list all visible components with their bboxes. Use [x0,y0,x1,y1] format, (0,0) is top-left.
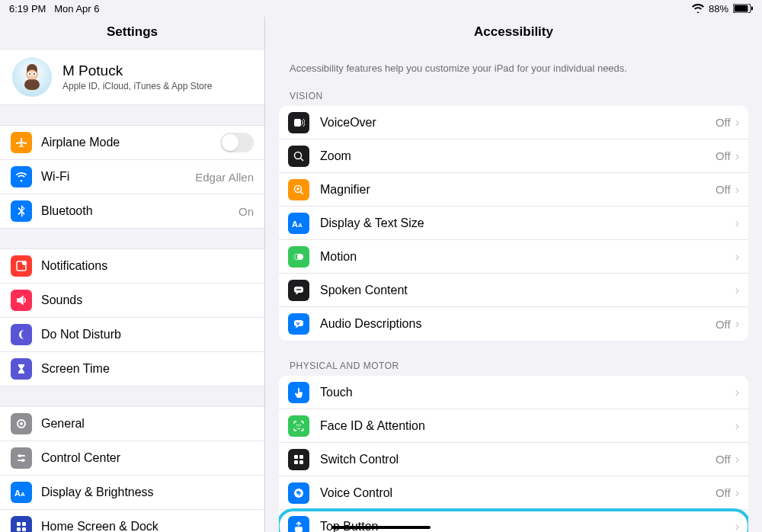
sidebar-item-label: Bluetooth [41,204,239,218]
apple-id-row[interactable]: M Potuck Apple ID, iCloud, iTunes & App … [0,49,264,105]
chevron-right-icon: › [735,453,739,466]
sidebar-group-connectivity: Airplane Mode Wi-Fi Edgar Allen Bluetoot… [0,125,264,229]
sidebar-item-wifi[interactable]: Wi-Fi Edgar Allen [0,160,264,194]
home-indicator[interactable] [331,526,431,529]
option-value: Off [716,318,731,331]
svg-rect-21 [17,522,21,526]
option-motion[interactable]: Motion › [279,240,748,274]
detail-description: Accessibility features help you customiz… [279,49,748,91]
sounds-icon [11,290,32,311]
svg-rect-24 [22,527,26,531]
account-name: M Potuck [62,62,212,79]
svg-point-49 [296,424,298,425]
sidebar-group-general: General Control Center AA Display & Brig… [0,406,264,532]
switch-control-icon [288,449,309,470]
sidebar-item-airplane-mode[interactable]: Airplane Mode [0,126,264,160]
option-label: Voice Control [320,486,716,500]
option-label: Spoken Content [320,284,735,297]
option-zoom[interactable]: Zoom Off › [279,139,748,173]
detail-scroll[interactable]: Accessibility features help you customiz… [265,49,762,532]
option-label: Touch [320,386,735,399]
svg-line-34 [301,158,304,161]
svg-point-50 [300,424,302,425]
touch-icon [288,382,309,403]
grid-icon [11,516,32,532]
svg-text:A: A [21,491,25,498]
wifi-icon [692,4,704,13]
svg-point-47 [299,289,301,290]
chevron-right-icon: › [735,419,739,433]
text-size-icon: AA [11,482,32,503]
sidebar-item-bluetooth[interactable]: Bluetooth On [0,194,264,228]
svg-rect-57 [295,527,303,532]
sidebar-item-home-screen-dock[interactable]: Home Screen & Dock [0,510,264,532]
sidebar-item-label: Wi-Fi [41,170,195,184]
sidebar-item-notifications[interactable]: Notifications [0,249,264,284]
option-display-text-size[interactable]: AA Display & Text Size › [279,207,748,240]
option-voiceover[interactable]: VoiceOver Off › [279,106,748,139]
settings-sidebar: Settings M Potuck Apple ID, iCloud, iTun… [0,17,265,532]
sidebar-group-notifications: Notifications Sounds Do Not Disturb Scre… [0,248,264,386]
option-label: Magnifier [320,183,716,197]
chevron-right-icon: › [735,284,739,297]
option-value: Off [716,149,731,162]
svg-text:A: A [292,220,298,229]
text-size-icon: AA [288,213,309,234]
section-header-physical: PHYSICAL AND MOTOR [279,361,748,376]
accessibility-detail: Accessibility Accessibility features hel… [265,17,762,532]
option-value: Off [716,486,731,499]
sidebar-item-label: Airplane Mode [41,136,220,149]
option-audio-descriptions[interactable]: Audio Descriptions Off › [279,307,748,341]
sidebar-item-do-not-disturb[interactable]: Do Not Disturb [0,318,264,352]
option-label: Display & Text Size [320,216,735,230]
section-header-vision: VISION [279,91,748,106]
sidebar-item-label: General [41,417,254,431]
chevron-right-icon: › [735,486,739,500]
sidebar-item-general[interactable]: General [0,407,264,441]
notifications-icon [11,255,32,277]
chevron-right-icon: › [735,183,739,197]
sidebar-item-screen-time[interactable]: Screen Time [0,352,264,386]
chevron-right-icon: › [735,216,739,230]
option-touch[interactable]: Touch › [279,376,748,409]
option-face-id[interactable]: Face ID & Attention › [279,409,748,443]
option-switch-control[interactable]: Switch Control Off › [279,443,748,476]
status-bar: 6:19 PM Mon Apr 6 88% [0,0,762,17]
option-voice-control[interactable]: Voice Control Off › [279,476,748,510]
chevron-right-icon: › [735,386,739,399]
status-right: 88% [692,3,753,14]
chevron-right-icon: › [735,520,739,533]
chevron-right-icon: › [735,250,739,264]
option-label: VoiceOver [320,116,716,130]
vision-group: VoiceOver Off › Zoom Off › Magnifier Off… [279,106,748,341]
option-spoken-content[interactable]: Spoken Content › [279,274,748,307]
sidebar-item-display-brightness[interactable]: AA Display & Brightness [0,476,264,510]
top-button-icon [288,516,309,533]
magnifier-icon [288,179,309,200]
hourglass-icon [11,358,32,380]
face-id-icon [288,415,309,437]
svg-text:A: A [14,489,21,498]
option-value: Off [716,453,731,466]
detail-title: Accessibility [265,17,762,49]
option-magnifier[interactable]: Magnifier Off › [279,173,748,207]
option-value: Off [716,116,731,129]
option-label: Motion [320,250,735,264]
sidebar-item-label: Control Center [41,451,254,465]
sidebar-item-sounds[interactable]: Sounds [0,284,264,318]
status-time: 6:19 PM [9,3,46,14]
svg-rect-22 [22,522,26,526]
sidebar-item-control-center[interactable]: Control Center [0,441,264,476]
bluetooth-icon [11,200,32,222]
svg-point-18 [21,459,24,462]
sidebar-item-label: Notifications [41,259,254,273]
wifi-value: Edgar Allen [195,171,254,184]
battery-percent: 88% [709,3,728,14]
chevron-right-icon: › [735,116,739,130]
physical-motor-group: Touch › Face ID & Attention › Switch Con… [279,376,748,532]
audio-description-icon [288,313,309,335]
airplane-mode-toggle[interactable] [220,133,254,152]
sidebar-item-label: Home Screen & Dock [41,520,254,532]
svg-point-33 [295,152,302,159]
svg-point-12 [22,261,27,265]
